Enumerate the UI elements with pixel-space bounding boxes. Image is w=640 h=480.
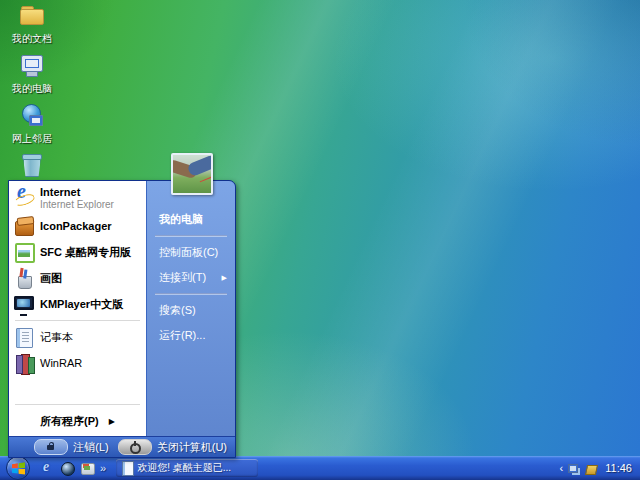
globe-icon[interactable]: [60, 461, 75, 476]
winrar-icon: [13, 352, 35, 374]
system-tray: ‹ 11:46: [560, 462, 640, 475]
item-label: 搜索(S): [159, 303, 196, 318]
start-menu-separator: [15, 320, 140, 321]
shut-down-button[interactable]: [118, 439, 152, 455]
start-menu-separator: [15, 404, 140, 405]
start-menu-item-winrar[interactable]: WinRAR: [9, 350, 146, 376]
taskbar-window-button[interactable]: 欢迎您! 桌酷主题已...: [116, 459, 258, 477]
start-menu-left-panel: Internet Internet Explorer IconPackager …: [9, 181, 146, 436]
start-menu-separator: [155, 235, 227, 237]
start-button[interactable]: [6, 456, 30, 480]
shut-down-label: 关闭计算机(U): [157, 440, 227, 455]
all-programs-label: 所有程序(P): [40, 414, 99, 429]
network-tray-icon[interactable]: [567, 462, 580, 475]
desktop-icon-my-computer[interactable]: 我的电脑: [4, 52, 60, 98]
start-menu-right-panel: 我的电脑 控制面板(C) 连接到(T) ▶ 搜索(S) 运行(R)...: [146, 181, 235, 436]
start-menu: Internet Internet Explorer IconPackager …: [8, 180, 236, 458]
item-title: 画图: [40, 271, 62, 286]
paint-icon: [13, 267, 35, 289]
item-title: 记事本: [40, 330, 73, 345]
user-picture: [171, 153, 213, 195]
start-menu-item-paint[interactable]: 画图: [9, 265, 146, 291]
start-menu-item-connect-to[interactable]: 连接到(T) ▶: [147, 265, 235, 290]
recycle-bin-icon: [19, 152, 45, 178]
network-places-icon: [19, 102, 45, 128]
item-title: KMPlayer中文版: [40, 297, 123, 312]
start-menu-item-kmplayer[interactable]: KMPlayer中文版: [9, 291, 146, 317]
notepad-icon: [13, 326, 35, 348]
sfc-icon: [13, 241, 35, 263]
quick-launch-overflow-chevron[interactable]: »: [100, 462, 106, 474]
desktop-icon-label: 我的电脑: [4, 83, 60, 94]
start-menu-item-control-panel[interactable]: 控制面板(C): [147, 240, 235, 265]
ime-tray-icon[interactable]: [584, 462, 597, 475]
desktop-icon-network-places[interactable]: 网上邻居: [4, 102, 60, 148]
start-menu-item-search[interactable]: 搜索(S): [147, 298, 235, 323]
start-menu-item-notepad[interactable]: 记事本: [9, 324, 146, 350]
triangle-right-icon: ▶: [109, 417, 115, 426]
internet-explorer-icon[interactable]: [40, 461, 55, 476]
item-label: 我的电脑: [159, 212, 203, 227]
item-title: IconPackager: [40, 220, 112, 232]
start-menu-item-sfc[interactable]: SFC 桌酷网专用版: [9, 239, 146, 265]
show-desktop-icon[interactable]: [80, 461, 95, 476]
desktop-icon-label: 我的文档: [4, 33, 60, 44]
tray-collapse-chevron[interactable]: ‹: [560, 462, 564, 474]
my-computer-icon: [19, 52, 45, 78]
desktop-icon-label: 网上邻居: [4, 133, 60, 144]
window-button-label: 欢迎您! 桌酷主题已...: [137, 461, 231, 475]
notepad-icon: [121, 461, 133, 475]
taskbar: » 欢迎您! 桌酷主题已... ‹ 11:46: [0, 456, 640, 480]
log-off-button[interactable]: [34, 439, 68, 455]
item-title: WinRAR: [40, 357, 82, 369]
start-menu-item-run[interactable]: 运行(R)...: [147, 323, 235, 348]
internet-explorer-icon: [13, 188, 35, 210]
kmplayer-icon: [13, 293, 35, 315]
desktop-icon-column: 我的文档 我的电脑 网上邻居: [4, 2, 64, 202]
my-documents-icon: [19, 2, 45, 28]
start-menu-item-my-computer[interactable]: 我的电脑: [147, 207, 235, 232]
start-menu-item-iconpackager[interactable]: IconPackager: [9, 213, 146, 239]
item-label: 连接到(T): [159, 270, 206, 285]
item-label: 控制面板(C): [159, 245, 218, 260]
windows-flag-icon: [12, 462, 25, 475]
triangle-right-icon: ▶: [222, 274, 227, 282]
start-menu-item-internet[interactable]: Internet Internet Explorer: [9, 184, 146, 213]
item-title: SFC 桌酷网专用版: [40, 245, 131, 260]
log-off-label: 注销(L): [73, 440, 108, 455]
start-menu-columns: Internet Internet Explorer IconPackager …: [9, 181, 235, 436]
taskbar-clock[interactable]: 11:46: [605, 462, 632, 474]
iconpackager-icon: [13, 215, 35, 237]
item-label: 运行(R)...: [159, 328, 205, 343]
start-menu-spacer: [9, 376, 146, 401]
desktop-icon-my-documents[interactable]: 我的文档: [4, 2, 60, 48]
item-subtitle: Internet Explorer: [40, 199, 114, 210]
item-title: Internet: [40, 186, 80, 198]
quick-launch-bar: »: [40, 461, 106, 476]
desktop: 我的文档 我的电脑 网上邻居 Internet Internet Explore…: [0, 0, 640, 480]
start-menu-bottom-bar: 注销(L) 关闭计算机(U): [9, 436, 235, 457]
all-programs-button[interactable]: 所有程序(P) ▶: [9, 408, 146, 436]
start-menu-separator: [155, 293, 227, 295]
